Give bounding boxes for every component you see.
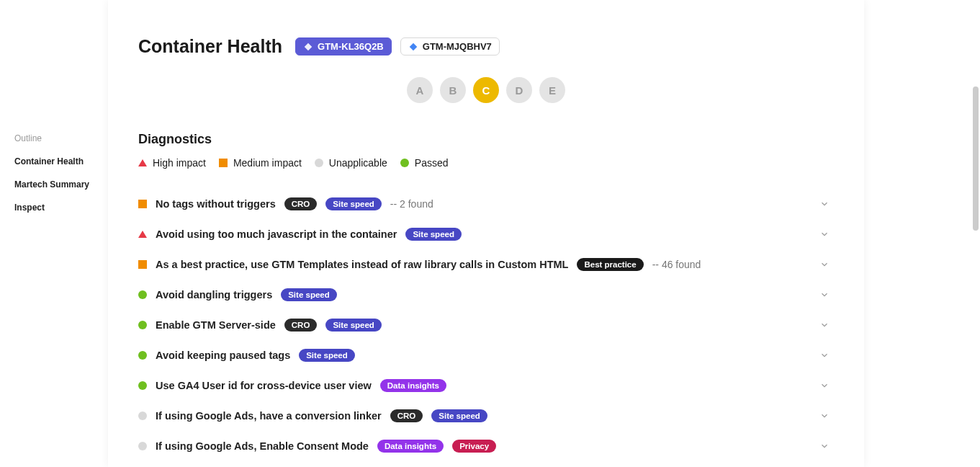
circle-green-icon xyxy=(400,159,409,167)
legend-label: Medium impact xyxy=(233,157,302,169)
sidebar: Outline Container Health Martech Summary… xyxy=(0,0,108,467)
badge-cro: CRO xyxy=(390,409,423,422)
legend-label: High impact xyxy=(153,157,206,169)
badge-site-speed: Site speed xyxy=(299,349,355,362)
diagnostic-title: Enable GTM Server-side xyxy=(156,319,276,331)
circle-green-icon xyxy=(138,321,147,329)
circle-green-icon xyxy=(138,290,147,299)
square-icon xyxy=(138,260,147,269)
found-count: -- 2 found xyxy=(390,198,433,210)
circle-grey-icon xyxy=(138,412,147,420)
diagnostic-title: If using Google Ads, Enable Consent Mode xyxy=(156,440,369,452)
chevron-down-icon xyxy=(819,411,830,421)
badge-privacy: Privacy xyxy=(452,440,496,453)
chevron-down-icon xyxy=(819,350,830,360)
badge-site-speed: Site speed xyxy=(405,228,462,241)
sidebar-item-outline[interactable]: Outline xyxy=(14,133,108,143)
sidebar-item-container-health[interactable]: Container Health xyxy=(14,156,108,166)
badge-data-insights: Data insights xyxy=(380,379,446,392)
sidebar-item-inspect[interactable]: Inspect xyxy=(14,203,108,213)
diagnostic-title: If using Google Ads, have a conversion l… xyxy=(156,410,382,422)
page-title: Container Health xyxy=(138,36,282,57)
found-count: -- 46 found xyxy=(652,259,701,270)
diagnostic-row[interactable]: If using Google Ads, have a conversion l… xyxy=(138,401,834,431)
chevron-down-icon xyxy=(819,441,830,451)
chevron-down-icon xyxy=(819,290,830,300)
badge-best-practice: Best practice xyxy=(577,258,643,271)
chevron-down-icon xyxy=(819,381,830,391)
badge-cro: CRO xyxy=(284,319,318,332)
diagnostic-title: No tags without triggers xyxy=(156,198,276,210)
chevron-down-icon xyxy=(819,259,830,270)
diagnostics-list: No tags without triggers CRO Site speed … xyxy=(138,189,834,461)
chevron-down-icon xyxy=(819,320,830,330)
grade-e: E xyxy=(539,77,565,103)
legend-label: Unapplicable xyxy=(329,157,387,169)
badge-data-insights: Data insights xyxy=(377,440,444,453)
container-tab-label: GTM-KL36Q2B xyxy=(318,41,384,52)
chevron-down-icon xyxy=(819,229,830,239)
grade-b: B xyxy=(440,77,466,103)
diagnostics-legend: High impact Medium impact Unapplicable P… xyxy=(138,157,834,169)
diagnostic-row[interactable]: Avoid keeping paused tags Site speed xyxy=(138,340,834,370)
grade-c: C xyxy=(473,77,499,103)
chevron-down-icon xyxy=(819,199,830,209)
diagnostic-title: Avoid dangling triggers xyxy=(156,289,272,301)
main-content: Container Health GTM-KL36Q2B GTM-MJQBHV7… xyxy=(108,0,864,467)
grade-row: A B C D E xyxy=(138,77,834,103)
diagnostics-title: Diagnostics xyxy=(138,132,834,147)
diagnostic-title: Avoid using too much javascript in the c… xyxy=(156,228,397,240)
circle-green-icon xyxy=(138,351,147,360)
tag-icon xyxy=(408,42,418,52)
square-icon xyxy=(138,200,147,208)
diagnostic-title: As a best practice, use GTM Templates in… xyxy=(156,259,568,270)
badge-site-speed: Site speed xyxy=(325,319,382,332)
diagnostic-row[interactable]: Avoid using too much javascript in the c… xyxy=(138,219,834,249)
container-tab-inactive[interactable]: GTM-MJQBHV7 xyxy=(400,37,500,55)
legend-passed: Passed xyxy=(400,157,449,169)
diagnostic-row[interactable]: No tags without triggers CRO Site speed … xyxy=(138,189,834,219)
diagnostic-row[interactable]: As a best practice, use GTM Templates in… xyxy=(138,249,834,280)
tag-icon xyxy=(303,42,313,52)
grade-d: D xyxy=(506,77,532,103)
legend-label: Passed xyxy=(415,157,449,169)
triangle-icon xyxy=(138,159,147,166)
badge-site-speed: Site speed xyxy=(325,197,382,210)
legend-medium-impact: Medium impact xyxy=(219,157,302,169)
circle-grey-icon xyxy=(315,159,323,167)
container-tab-label: GTM-MJQBHV7 xyxy=(423,41,492,52)
diagnostic-row[interactable]: Avoid dangling triggers Site speed xyxy=(138,280,834,310)
square-icon xyxy=(219,159,228,167)
legend-unapplicable: Unapplicable xyxy=(315,157,387,169)
scrollbar[interactable] xyxy=(973,86,979,231)
legend-high-impact: High impact xyxy=(138,157,206,169)
badge-site-speed: Site speed xyxy=(431,409,487,422)
diagnostic-title: Avoid keeping paused tags xyxy=(156,350,290,361)
page-header: Container Health GTM-KL36Q2B GTM-MJQBHV7 xyxy=(138,36,834,57)
sidebar-item-martech-summary[interactable]: Martech Summary xyxy=(14,179,108,190)
circle-grey-icon xyxy=(138,442,147,450)
diagnostic-row[interactable]: Use GA4 User id for cross-device user vi… xyxy=(138,370,834,401)
diagnostic-row[interactable]: If using Google Ads, Enable Consent Mode… xyxy=(138,431,834,461)
badge-site-speed: Site speed xyxy=(281,288,337,301)
diagnostic-row[interactable]: Enable GTM Server-side CRO Site speed xyxy=(138,310,834,340)
grade-a: A xyxy=(407,77,433,103)
badge-cro: CRO xyxy=(284,197,318,210)
container-tab-active[interactable]: GTM-KL36Q2B xyxy=(295,37,392,55)
diagnostic-title: Use GA4 User id for cross-device user vi… xyxy=(156,380,372,391)
circle-green-icon xyxy=(138,381,147,390)
triangle-icon xyxy=(138,231,147,238)
